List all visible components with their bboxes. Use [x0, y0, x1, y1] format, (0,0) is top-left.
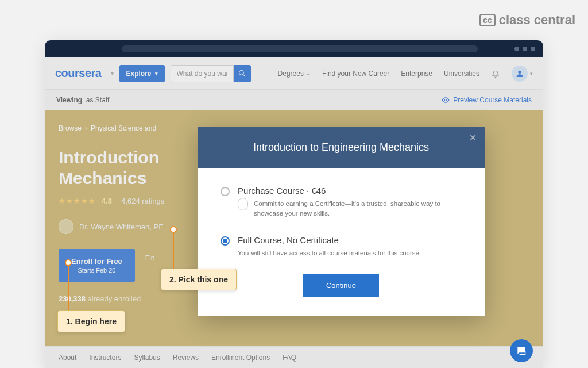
annotation-line-1 — [68, 266, 69, 312]
watermark-text: class central — [499, 13, 575, 28]
chevron-down-icon: ⌄ — [306, 71, 311, 76]
callout-begin-here: 1. Begin here — [57, 310, 125, 332]
annotation-pin-1 — [65, 259, 72, 266]
callout-pick-this: 2. Pick this one — [161, 269, 237, 290]
option-purchase-sub: Commit to earning a Certificate—it's a t… — [254, 199, 462, 219]
rating-value: 4.8 — [102, 197, 112, 205]
chat-button[interactable] — [510, 339, 533, 362]
tab-reviews[interactable]: Reviews — [173, 354, 199, 362]
option-audit-sub: You will still have access to all course… — [238, 248, 421, 258]
rating-count: 4,624 ratings — [121, 197, 164, 205]
nav-right: Degrees⌄ Find your New Career Enterprise… — [278, 66, 533, 82]
explore-label: Explore — [126, 70, 152, 78]
avatar — [512, 66, 528, 82]
nav-enterprise[interactable]: Enterprise — [401, 70, 432, 78]
instructor-avatar — [59, 219, 74, 234]
watermark: cc class central — [479, 13, 575, 28]
search-button[interactable] — [234, 65, 251, 82]
instructor-name: Dr. Wayne Whiteman, PE — [79, 223, 164, 231]
search-group — [171, 65, 251, 82]
continue-button[interactable]: Continue — [303, 274, 379, 297]
tab-about[interactable]: About — [59, 354, 76, 362]
bell-icon[interactable] — [491, 69, 500, 78]
option-purchase-title: Purchase Course · €46 — [238, 186, 462, 195]
chevron-down-icon[interactable]: ▾ — [111, 70, 114, 76]
tab-faq[interactable]: FAQ — [283, 354, 296, 362]
nav-universities[interactable]: Universities — [444, 70, 479, 78]
annotation-pin-2 — [170, 226, 177, 233]
staff-bar: Viewing as Staff Preview Course Material… — [45, 90, 543, 110]
chevron-down-icon: ▾ — [155, 71, 158, 76]
radio-purchase[interactable] — [220, 187, 230, 196]
enrollment-modal: Introduction to Engineering Mechanics ✕ … — [198, 126, 485, 316]
annotation-line-2 — [173, 233, 174, 270]
option-audit-title: Full Course, No Certificate — [238, 235, 421, 245]
svg-line-1 — [243, 74, 245, 76]
modal-title: Introduction to Engineering Mechanics — [253, 141, 429, 153]
chat-icon — [516, 345, 527, 356]
preview-materials-link[interactable]: Preview Course Materials — [442, 96, 532, 104]
top-nav: coursera ▾ Explore ▾ Degrees⌄ Find your … — [45, 57, 543, 90]
nav-degrees[interactable]: Degrees⌄ — [278, 70, 311, 78]
tab-enrollment-options[interactable]: Enrollment Options — [211, 354, 270, 362]
svg-point-0 — [239, 71, 244, 75]
option-purchase[interactable]: Purchase Course · €46 Commit to earning … — [220, 186, 462, 219]
coursera-logo[interactable]: coursera — [55, 67, 102, 80]
url-bar[interactable] — [122, 45, 478, 52]
enroll-sublabel: Starts Feb 20 — [71, 267, 122, 274]
explore-button[interactable]: Explore ▾ — [119, 65, 165, 82]
course-tabs: About Instructors Syllabus Reviews Enrol… — [45, 346, 543, 368]
browser-chrome — [45, 40, 543, 57]
cc-badge: cc — [479, 14, 496, 26]
svg-point-2 — [518, 70, 521, 73]
certificate-icon — [238, 198, 248, 210]
close-icon[interactable]: ✕ — [469, 132, 477, 143]
option-audit[interactable]: Full Course, No Certificate You will sti… — [220, 235, 462, 258]
eye-icon — [442, 96, 450, 104]
tab-syllabus[interactable]: Syllabus — [134, 354, 160, 362]
search-icon — [238, 70, 246, 77]
svg-point-3 — [445, 99, 447, 101]
tab-instructors[interactable]: Instructors — [89, 354, 121, 362]
modal-header: Introduction to Engineering Mechanics ✕ — [198, 126, 485, 168]
user-menu[interactable]: ▾ — [512, 66, 533, 82]
financial-aid-link[interactable]: Fin — [145, 254, 155, 262]
enroll-label: Enroll for Free — [71, 257, 122, 266]
chevron-down-icon: ▾ — [530, 71, 533, 76]
window-controls — [514, 47, 535, 51]
search-input[interactable] — [171, 65, 234, 82]
nav-find-career[interactable]: Find your New Career — [322, 70, 389, 78]
radio-audit[interactable] — [220, 236, 230, 246]
stars-icon: ★★★★★ — [59, 197, 96, 205]
